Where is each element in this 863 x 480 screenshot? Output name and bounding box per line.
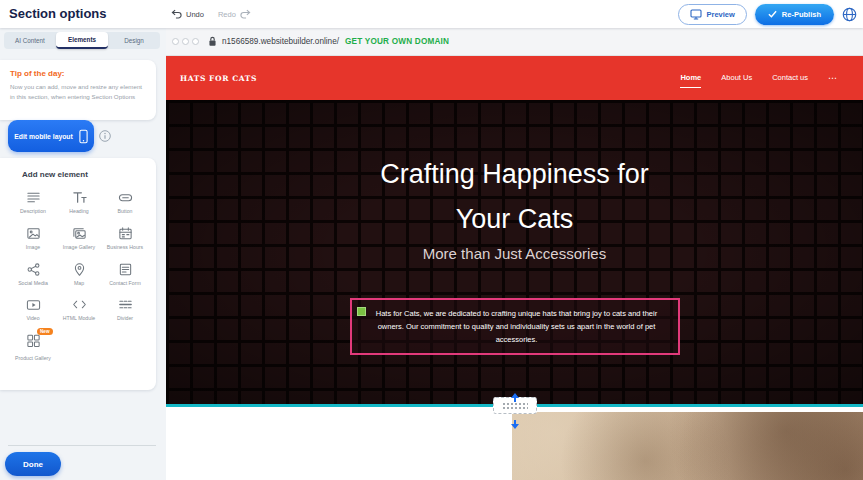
info-icon bbox=[99, 130, 111, 142]
sidebar-tabs: AI Content Elements Design bbox=[4, 32, 160, 49]
nav-item-contact-us[interactable]: Contact us bbox=[772, 73, 808, 84]
element-item-heading[interactable]: Heading bbox=[56, 187, 102, 218]
code-icon bbox=[72, 297, 87, 312]
element-item-divider[interactable]: Divider bbox=[102, 294, 148, 325]
social-media-icon bbox=[26, 262, 41, 277]
element-item-video[interactable]: Video bbox=[10, 294, 56, 325]
element-item-social-media[interactable]: Social Media bbox=[10, 259, 56, 290]
edit-mobile-layout-button[interactable]: Edit mobile layout bbox=[8, 120, 94, 152]
republish-label: Re-Publish bbox=[782, 10, 821, 19]
globe-icon bbox=[842, 7, 857, 22]
product-gallery-icon bbox=[26, 333, 41, 348]
element-item-image[interactable]: Image bbox=[10, 223, 56, 254]
element-item-contact-form[interactable]: Contact Form bbox=[102, 259, 148, 290]
hero-heading[interactable]: Crafting Happiness for Your Cats bbox=[166, 152, 863, 242]
history-controls: Undo Redo bbox=[171, 0, 251, 28]
language-globe-button[interactable] bbox=[842, 7, 857, 22]
browser-dot bbox=[192, 38, 199, 45]
resize-arrow-down-icon bbox=[510, 415, 520, 433]
browser-dot bbox=[172, 38, 179, 45]
element-item-label: Business Hours bbox=[107, 244, 143, 251]
done-button[interactable]: Done bbox=[5, 452, 61, 476]
edit-mobile-layout-label: Edit mobile layout bbox=[14, 133, 73, 140]
redo-label: Redo bbox=[218, 10, 236, 19]
element-item-description[interactable]: Description bbox=[10, 187, 56, 218]
tab-design[interactable]: Design bbox=[108, 32, 160, 49]
nav-item-home[interactable]: Home bbox=[680, 73, 701, 88]
page-title: Section options bbox=[9, 6, 107, 21]
site-logo[interactable]: HATS FOR CATS bbox=[180, 74, 257, 83]
site-url: n1566589.websitebuilder.online/ bbox=[222, 37, 339, 46]
undo-label: Undo bbox=[186, 10, 204, 19]
element-item-map[interactable]: Map bbox=[56, 259, 102, 290]
tab-ai-content[interactable]: AI Content bbox=[4, 32, 56, 49]
add-panel-title: Add new element bbox=[0, 158, 156, 181]
new-badge: New bbox=[37, 328, 52, 335]
check-icon bbox=[768, 10, 777, 18]
topbar-actions: Preview Re-Publish bbox=[678, 0, 857, 28]
element-item-button[interactable]: Button bbox=[102, 187, 148, 218]
sidebar-divider bbox=[8, 445, 156, 446]
description-icon bbox=[26, 190, 41, 205]
element-grid: Description Heading Button bbox=[0, 181, 156, 371]
element-item-label: Description bbox=[20, 208, 46, 215]
video-icon bbox=[26, 297, 41, 312]
button-icon bbox=[118, 190, 133, 205]
business-hours-icon bbox=[118, 226, 133, 241]
redo-icon bbox=[240, 9, 251, 20]
add-new-element-panel: Add new element Description Heading bbox=[0, 158, 156, 390]
monitor-icon bbox=[690, 9, 702, 20]
map-pin-icon bbox=[72, 262, 87, 277]
preview-label: Preview bbox=[706, 10, 734, 19]
undo-button[interactable]: Undo bbox=[171, 9, 204, 20]
hero-heading-line2: Your Cats bbox=[166, 197, 863, 242]
lock-icon bbox=[208, 36, 217, 47]
site-header: HATS FOR CATS Home About Us Contact us ⋯ bbox=[166, 56, 863, 100]
image-placeholder-chip[interactable] bbox=[357, 307, 366, 316]
nav-item-about-us[interactable]: About Us bbox=[721, 73, 752, 84]
element-item-html-module[interactable]: HTML Module bbox=[56, 294, 102, 325]
element-item-product-gallery[interactable]: New Product Gallery bbox=[10, 330, 56, 365]
browser-bar: n1566589.websitebuilder.online/ GET YOUR… bbox=[166, 28, 863, 56]
mobile-layout-info-button[interactable] bbox=[99, 130, 111, 145]
tip-of-the-day-card: Tip of the day: Now you can add, move an… bbox=[0, 60, 156, 120]
browser-dot bbox=[182, 38, 189, 45]
element-item-label: Video bbox=[26, 315, 39, 322]
element-item-label: HTML Module bbox=[63, 315, 95, 322]
hero-paragraph-box[interactable]: Hats for Cats, we are dedicated to craft… bbox=[350, 298, 680, 355]
preview-button[interactable]: Preview bbox=[678, 4, 746, 25]
redo-button[interactable]: Redo bbox=[218, 9, 251, 20]
phone-icon bbox=[79, 129, 88, 144]
element-item-business-hours[interactable]: Business Hours bbox=[102, 223, 148, 254]
tip-title: Tip of the day: bbox=[10, 69, 146, 78]
editor-canvas: n1566589.websitebuilder.online/ GET YOUR… bbox=[166, 28, 863, 480]
undo-icon bbox=[171, 9, 182, 20]
element-item-label: Contact Form bbox=[109, 280, 140, 287]
hero-subheading[interactable]: More than Just Accessories bbox=[166, 245, 863, 262]
divider-icon bbox=[118, 297, 133, 312]
hero-heading-line1: Crafting Happiness for bbox=[166, 152, 863, 197]
site-nav: Home About Us Contact us ⋯ bbox=[680, 73, 837, 84]
element-item-image-gallery[interactable]: Image Gallery bbox=[56, 223, 102, 254]
tip-body: Now you can add, move and resize any ele… bbox=[10, 82, 146, 101]
republish-button[interactable]: Re-Publish bbox=[755, 4, 834, 25]
element-item-label: Divider bbox=[117, 315, 133, 322]
nav-more-icon[interactable]: ⋯ bbox=[828, 73, 837, 83]
image-icon bbox=[26, 226, 41, 241]
element-item-label: Image Gallery bbox=[63, 244, 95, 251]
element-item-label: Image bbox=[26, 244, 40, 251]
hero-paragraph: Hats for Cats, we are dedicated to craft… bbox=[376, 309, 657, 344]
resize-arrow-up-icon bbox=[510, 388, 520, 406]
element-item-label: Button bbox=[118, 208, 133, 215]
topbar: Section options Undo Redo bbox=[0, 0, 863, 28]
get-your-own-domain-link[interactable]: GET YOUR OWN DOMAIN bbox=[345, 37, 449, 46]
hero-section[interactable]: Crafting Happiness for Your Cats More th… bbox=[166, 100, 863, 404]
contact-form-icon bbox=[118, 262, 133, 277]
element-item-label: Product Gallery bbox=[15, 355, 51, 362]
sidebar: AI Content Elements Design Tip of the da… bbox=[0, 28, 166, 480]
element-item-label: Map bbox=[74, 280, 84, 287]
image-gallery-icon bbox=[72, 226, 87, 241]
heading-icon bbox=[72, 190, 87, 205]
element-item-label: Social Media bbox=[18, 280, 48, 287]
tab-elements[interactable]: Elements bbox=[56, 32, 108, 49]
